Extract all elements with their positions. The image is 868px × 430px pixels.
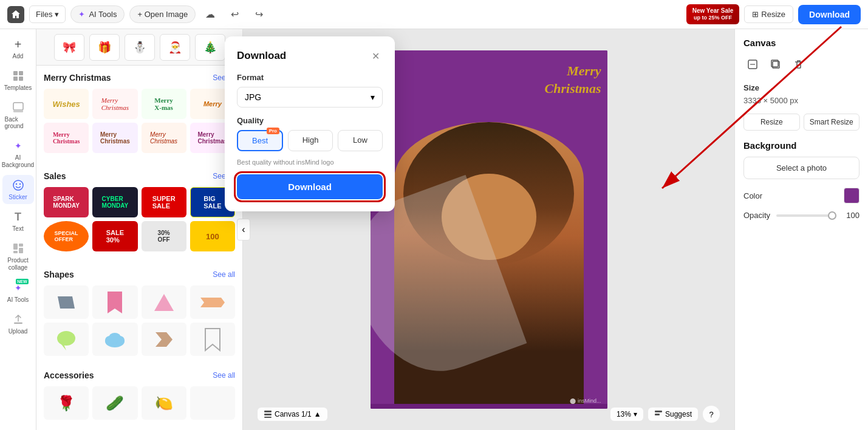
accessories-header: Accessories See all (44, 370, 235, 380)
resize-canvas-button[interactable]: Resize (743, 114, 800, 131)
shape-speech-bubble[interactable] (44, 322, 89, 356)
sale-item-super[interactable]: SUPERSALE (142, 187, 186, 217)
sidebar-item-templates[interactable]: Templates (2, 66, 34, 95)
svg-rect-3 (19, 77, 23, 81)
svg-rect-12 (13, 251, 18, 253)
svg-rect-4 (13, 103, 23, 110)
xmas-item-2[interactable]: MerryChristmas (92, 89, 137, 119)
xmas-item-7[interactable]: MerryChristmas (142, 123, 186, 153)
accessories-see-all[interactable]: See all (213, 371, 235, 380)
open-image-label: + Open Image (137, 10, 188, 19)
sale-item-cyber[interactable]: CYBERMONDAY (92, 187, 137, 217)
sidebar-item-ai-background[interactable]: ✦ AIBackground (2, 135, 34, 172)
files-menu-button[interactable]: Files ▾ (29, 5, 66, 23)
accessories-grid: 🌹 🥒 🍋 (44, 386, 235, 420)
color-row: Color (743, 188, 859, 203)
xmas-item-1[interactable]: Wishes (44, 89, 89, 119)
sidebar-item-upload[interactable]: Upload (2, 309, 34, 338)
quality-best-label: Best (252, 136, 268, 145)
svg-point-23 (109, 333, 121, 343)
sales-title: Sales (44, 171, 66, 181)
sale-item-special[interactable]: SPECIALOFFER (44, 221, 89, 251)
svg-marker-15 (108, 292, 122, 313)
strip-item-2[interactable]: 🎁 (89, 34, 120, 61)
sidebar-item-ai-tools[interactable]: ✦ NEW AI Tools (2, 278, 34, 307)
quality-low-button[interactable]: Low (338, 130, 383, 151)
download-top-button[interactable]: Download (798, 5, 861, 24)
shape-cloud[interactable] (92, 322, 137, 356)
topbar: Files ▾ ✦ AI Tools + Open Image ☁ ↩ ↪ Ne… (0, 0, 868, 29)
acc-item-empty (190, 386, 235, 420)
xmas-item-3[interactable]: MerryX-mas (142, 89, 186, 119)
shape-ribbon-pink[interactable] (92, 285, 137, 319)
strip-item-1[interactable]: 🎀 (54, 34, 84, 61)
topbar-actions: New Year Sale up to 25% OFF ⊞ Resize Dow… (686, 4, 861, 24)
sale-item-sale30[interactable]: SALE30% (92, 221, 137, 251)
dialog-close-button[interactable]: ✕ (368, 49, 383, 63)
new-year-promo-badge[interactable]: New Year Sale up to 25% OFF (686, 4, 740, 24)
resize-button[interactable]: ⊞ Resize (744, 5, 793, 23)
shape-parallelogram[interactable] (44, 285, 89, 319)
sidebar-item-product-collage[interactable]: Product collage (2, 238, 34, 275)
sidebar-item-text[interactable]: T Text (2, 206, 34, 236)
color-label: Color (743, 191, 762, 200)
cloud-save-icon[interactable]: ☁ (200, 5, 220, 24)
redo-icon[interactable]: ↪ (249, 5, 268, 24)
background-icon (12, 101, 25, 114)
christmas-row-2: MerryChristmas MerryChristmas MerryChris… (44, 123, 235, 153)
undo-icon[interactable]: ↩ (225, 5, 244, 24)
acc-item-cucumber[interactable]: 🥒 (92, 386, 137, 420)
download-action-button[interactable]: Download (237, 174, 383, 199)
sale-item-30off[interactable]: 30%OFF (142, 221, 186, 251)
format-chevron-icon: ▾ (371, 92, 375, 102)
acc-item-lemon[interactable]: 🍋 (142, 386, 186, 420)
help-button[interactable]: ? (703, 406, 720, 423)
shape-chevron-brown[interactable] (142, 322, 186, 356)
xmas-item-6[interactable]: MerryChristmas (92, 123, 137, 153)
acc-item-flower[interactable]: 🌹 (44, 386, 89, 420)
smart-resize-canvas-button[interactable]: Smart Resize (804, 114, 860, 131)
shape-bookmark[interactable] (190, 322, 235, 356)
svg-rect-26 (264, 411, 272, 412)
sticker-icon (12, 179, 25, 192)
collapse-panel-button[interactable]: ‹ (237, 219, 250, 241)
select-photo-button[interactable]: Select a photo (743, 157, 859, 179)
strip-item-3[interactable]: ⛄ (125, 34, 155, 61)
sale-item-spark[interactable]: SPARKMONDAY (44, 187, 89, 217)
home-logo[interactable] (7, 6, 24, 23)
sidebar-item-background[interactable]: Back ground (2, 97, 34, 133)
xmas-item-5[interactable]: MerryChristmas (44, 123, 89, 153)
quality-high-button[interactable]: High (288, 130, 333, 151)
upload-icon (12, 313, 25, 326)
format-value: JPG (245, 92, 261, 102)
shape-triangle-pink[interactable] (142, 285, 186, 319)
christmas-row-1: Wishes MerryChristmas MerryX-mas Merry (44, 89, 235, 119)
canvas-layers-button[interactable]: Canvas 1/1 ▲ (258, 408, 327, 421)
sidebar-item-add[interactable]: + Add (2, 34, 34, 63)
sidebar-item-sticker[interactable]: Sticker (2, 175, 34, 204)
download-dialog: Download ✕ Format JPG ▾ Quality Pro Best… (225, 36, 395, 211)
ai-tools-button[interactable]: ✦ AI Tools (70, 5, 125, 23)
open-image-button[interactable]: + Open Image (129, 5, 196, 23)
strip-item-4[interactable]: 🎅 (160, 34, 190, 61)
quality-best-button[interactable]: Pro Best (237, 130, 283, 151)
strip-item-5[interactable]: 🎄 (195, 34, 225, 61)
accessories-title: Accessories (44, 370, 94, 380)
sale-item-100[interactable]: 100 (190, 221, 235, 251)
canvas-delete-icon[interactable] (790, 55, 808, 73)
svg-rect-28 (264, 417, 272, 418)
svg-point-6 (13, 180, 23, 190)
shapes-see-all[interactable]: See all (213, 270, 235, 279)
color-swatch[interactable] (844, 188, 859, 203)
canvas-layers-chevron: ▲ (314, 410, 321, 418)
svg-point-8 (19, 183, 20, 185)
opacity-slider[interactable] (776, 214, 836, 217)
zoom-control[interactable]: 13% ▾ (610, 408, 643, 421)
sidebar-item-text-label: Text (12, 225, 23, 232)
shape-banner[interactable] (190, 285, 235, 319)
format-select[interactable]: JPG ▾ (237, 87, 383, 108)
canvas-duplicate-icon[interactable] (767, 55, 785, 73)
sidebar-item-product-collage-label: Product collage (5, 257, 32, 271)
canvas-style-icon[interactable] (743, 55, 762, 73)
suggest-button[interactable]: Suggest (648, 408, 698, 421)
